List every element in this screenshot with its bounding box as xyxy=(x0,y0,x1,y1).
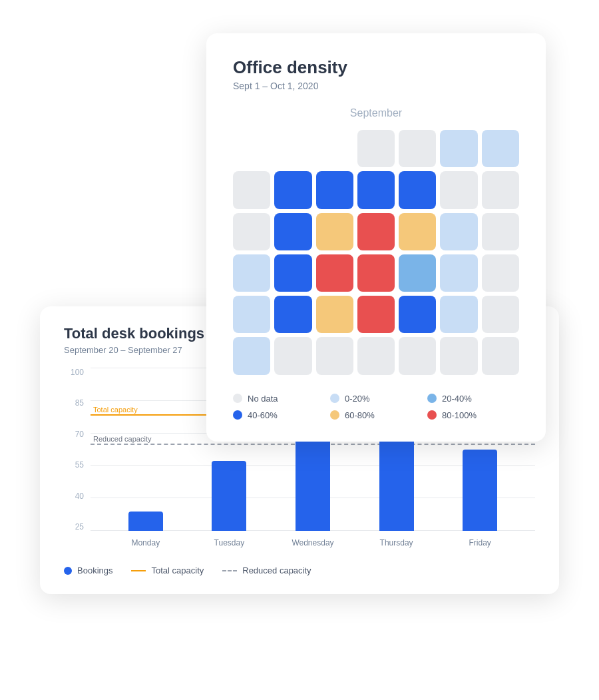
legend-label-0-20: 0-20% xyxy=(345,394,370,404)
cal-cell xyxy=(399,254,436,292)
cal-cell xyxy=(233,296,270,333)
cal-cell xyxy=(316,337,353,374)
legend-dot-nodata xyxy=(233,394,242,403)
legend-entry-bookings: Bookings xyxy=(64,565,112,575)
cal-cell xyxy=(316,254,353,292)
cal-cell xyxy=(399,171,436,208)
cal-cell xyxy=(482,171,519,208)
cal-cell xyxy=(357,337,395,374)
cal-cell xyxy=(274,254,311,292)
cal-cell xyxy=(274,337,311,374)
legend-dash-total-capacity xyxy=(131,570,146,571)
office-density-title: Office density xyxy=(233,57,519,78)
bar-group-thursday xyxy=(355,438,439,531)
cal-cell xyxy=(399,213,436,250)
office-density-subtitle: Sept 1 – Oct 1, 2020 xyxy=(233,81,519,91)
legend-dot-60-80 xyxy=(330,410,339,420)
legend-item-0-20: 0-20% xyxy=(330,394,422,404)
cal-cell xyxy=(316,296,353,333)
chart-legend: Bookings Total capacity Reduced capacity xyxy=(64,565,535,575)
legend-dot-40-60 xyxy=(233,410,242,420)
legend-label-reduced-capacity: Reduced capacity xyxy=(242,565,311,575)
legend-dot-0-20 xyxy=(330,394,339,403)
cal-cell xyxy=(482,254,519,292)
cal-cell xyxy=(233,213,270,250)
cal-cell xyxy=(440,213,477,250)
y-label-100: 100 xyxy=(71,368,84,376)
legend-entry-reduced-capacity: Reduced capacity xyxy=(222,565,311,575)
legend-dot-80-100 xyxy=(427,410,437,420)
legend-item-40-60: 40-60% xyxy=(233,410,325,420)
legend-item-20-40: 20-40% xyxy=(427,394,519,404)
bar-group-friday xyxy=(438,450,522,531)
cal-cell xyxy=(357,254,395,292)
legend-item-nodata: No data xyxy=(233,394,325,404)
calendar-grid xyxy=(233,130,519,375)
bar-group-tuesday xyxy=(188,461,272,531)
x-label-wednesday: Wednesday xyxy=(271,538,355,547)
legend-dash-reduced-capacity xyxy=(222,570,237,571)
x-label-friday: Friday xyxy=(438,538,522,547)
legend-item-60-80: 60-80% xyxy=(330,410,422,420)
cal-cell xyxy=(399,130,436,167)
legend-entry-total-capacity: Total capacity xyxy=(131,565,204,575)
y-axis: 100 85 70 55 40 25 xyxy=(64,368,88,531)
cal-cell xyxy=(274,130,311,167)
cal-cell xyxy=(233,171,270,208)
cal-cell xyxy=(357,296,395,333)
cal-cell xyxy=(316,213,353,250)
legend-item-80-100: 80-100% xyxy=(427,410,519,420)
cal-cell xyxy=(316,171,353,208)
y-label-55: 55 xyxy=(75,461,84,469)
cal-cell xyxy=(440,130,477,167)
legend-label-total-capacity: Total capacity xyxy=(151,565,204,575)
x-label-thursday: Thursday xyxy=(355,538,439,547)
y-label-40: 40 xyxy=(75,492,84,500)
cal-cell xyxy=(233,337,270,374)
x-axis-labels: Monday Tuesday Wednesday Thursday Friday xyxy=(91,531,535,555)
bar-group-wednesday xyxy=(271,438,355,531)
legend-label-60-80: 60-80% xyxy=(345,410,375,420)
legend-label-20-40: 20-40% xyxy=(442,394,472,404)
legend-circle-bookings xyxy=(64,567,72,575)
bar-friday xyxy=(463,450,497,531)
cal-cell xyxy=(316,130,353,167)
legend-dot-20-40 xyxy=(427,394,437,403)
cal-cell xyxy=(233,130,270,167)
legend-label-nodata: No data xyxy=(248,394,278,404)
bar-wednesday xyxy=(296,438,330,531)
x-label-tuesday: Tuesday xyxy=(188,538,272,547)
cal-cell xyxy=(274,296,311,333)
legend-label-80-100: 80-100% xyxy=(442,410,477,420)
legend-label-40-60: 40-60% xyxy=(248,410,278,420)
legend-label-bookings: Bookings xyxy=(77,565,112,575)
y-label-25: 25 xyxy=(75,523,84,531)
x-label-monday: Monday xyxy=(104,538,188,547)
cal-cell xyxy=(482,296,519,333)
bar-tuesday xyxy=(212,461,246,531)
cal-cell xyxy=(440,296,477,333)
cal-cell xyxy=(440,337,477,374)
y-label-70: 70 xyxy=(75,430,84,438)
cal-cell xyxy=(233,254,270,292)
cal-cell xyxy=(357,213,395,250)
bar-group-monday xyxy=(104,512,188,531)
cal-cell xyxy=(274,213,311,250)
office-density-card: Office density Sept 1 – Oct 1, 2020 Sept… xyxy=(206,33,546,442)
month-label: September xyxy=(233,107,519,119)
calendar-legend: No data 0-20% 20-40% 40-60% 60-80% 80-10… xyxy=(233,394,519,420)
y-label-85: 85 xyxy=(75,399,84,407)
cal-cell xyxy=(482,130,519,167)
cal-cell xyxy=(482,213,519,250)
cal-cell xyxy=(357,130,395,167)
bar-monday xyxy=(128,512,163,531)
cal-cell xyxy=(357,171,395,208)
cal-cell xyxy=(399,296,436,333)
cal-cell xyxy=(440,254,477,292)
bar-thursday xyxy=(379,438,414,531)
cal-cell xyxy=(274,171,311,208)
cal-cell xyxy=(482,337,519,374)
cal-cell xyxy=(399,337,436,374)
cal-cell xyxy=(440,171,477,208)
